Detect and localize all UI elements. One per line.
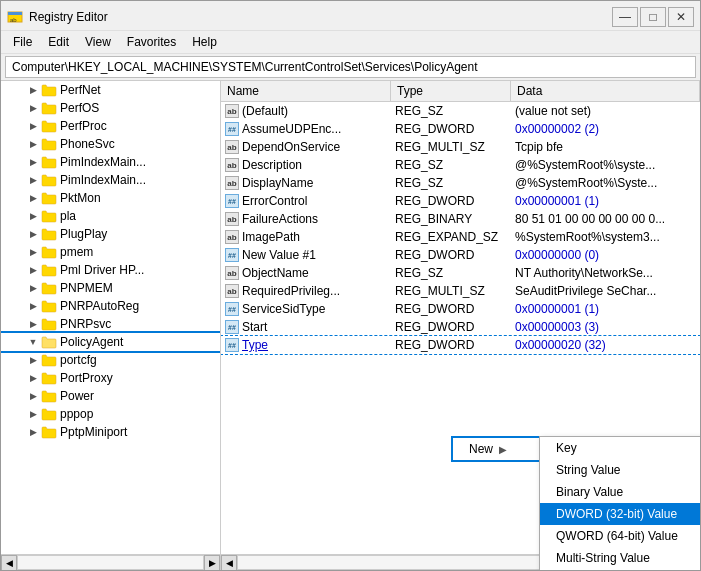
name-text: ErrorControl	[242, 194, 307, 208]
tree-label: PNRPsvc	[60, 317, 220, 331]
table-row[interactable]: abObjectNameREG_SZNT Authority\NetworkSe…	[221, 264, 700, 282]
cell-type: REG_EXPAND_SZ	[391, 229, 511, 245]
col-header-name[interactable]: Name	[221, 81, 391, 101]
ab-icon: ab	[225, 140, 239, 154]
dw-icon: ##	[225, 194, 239, 208]
tree-arrow: ▶	[25, 103, 41, 113]
table-row[interactable]: ##ServiceSidTypeREG_DWORD0x00000001 (1)	[221, 300, 700, 318]
cell-name: abDisplayName	[221, 175, 391, 191]
table-row[interactable]: abDependOnServiceREG_MULTI_SZTcpip bfe	[221, 138, 700, 156]
col-header-data[interactable]: Data	[511, 81, 700, 101]
tree-label: Pml Driver HP...	[60, 263, 220, 277]
list-body[interactable]: ab(Default)REG_SZ(value not set)##Assume…	[221, 102, 700, 554]
folder-icon	[41, 208, 57, 224]
tree-item-PlugPlay[interactable]: ▶PlugPlay	[1, 225, 220, 243]
cell-type: REG_DWORD	[391, 301, 511, 317]
tree-item-PNRPsvc[interactable]: ▶PNRPsvc	[1, 315, 220, 333]
tree-item-PNRPAutoReg[interactable]: ▶PNRPAutoReg	[1, 297, 220, 315]
name-text: RequiredPrivileg...	[242, 284, 340, 298]
tree-item-PptpMiniport[interactable]: ▶PptpMiniport	[1, 423, 220, 441]
ab-icon: ab	[225, 230, 239, 244]
table-row[interactable]: ##StartREG_DWORD0x00000003 (3)	[221, 318, 700, 336]
tree-item-PhoneSvc[interactable]: ▶PhoneSvc	[1, 135, 220, 153]
tree-hscroll-right[interactable]: ▶	[204, 555, 220, 570]
cell-type: REG_DWORD	[391, 319, 511, 335]
tree-item-PNPMEM[interactable]: ▶PNPMEM	[1, 279, 220, 297]
tree-item-PolicyAgent[interactable]: ▼PolicyAgent	[1, 333, 220, 351]
cell-name: abObjectName	[221, 265, 391, 281]
minimize-button[interactable]: —	[612, 7, 638, 27]
tree-label: PerfProc	[60, 119, 220, 133]
col-header-type[interactable]: Type	[391, 81, 511, 101]
table-row[interactable]: ##New Value #1REG_DWORD0x00000000 (0)	[221, 246, 700, 264]
menu-view[interactable]: View	[77, 33, 119, 51]
tree-hscroll[interactable]: ◀ ▶	[1, 554, 220, 570]
tree-hscroll-left[interactable]: ◀	[1, 555, 17, 570]
tree-item-PerfOS[interactable]: ▶PerfOS	[1, 99, 220, 117]
cell-data: 0x00000020 (32)	[511, 337, 700, 353]
tree-item-PimIndexMain[interactable]: ▶PimIndexMain...	[1, 153, 220, 171]
list-hscroll-left[interactable]: ◀	[221, 555, 237, 570]
name-text: ObjectName	[242, 266, 309, 280]
app-icon: ab	[7, 9, 23, 25]
tree-arrow: ▶	[25, 175, 41, 185]
tree-scroll[interactable]: ▶PerfNet▶PerfOS▶PerfProc▶PhoneSvc▶PimInd…	[1, 81, 220, 554]
tree-label: PNRPAutoReg	[60, 299, 220, 313]
tree-item-pppop[interactable]: ▶pppop	[1, 405, 220, 423]
tree-item-PerfNet[interactable]: ▶PerfNet	[1, 81, 220, 99]
table-row[interactable]: abFailureActionsREG_BINARY80 51 01 00 00…	[221, 210, 700, 228]
maximize-button[interactable]: □	[640, 7, 666, 27]
tree-item-portcfg[interactable]: ▶portcfg	[1, 351, 220, 369]
tree-item-PimIndexMain[interactable]: ▶PimIndexMain...	[1, 171, 220, 189]
table-row[interactable]: ##TypeREG_DWORD0x00000020 (32)	[221, 336, 700, 354]
tree-label: Power	[60, 389, 220, 403]
ab-icon: ab	[225, 176, 239, 190]
cell-data: SeAuditPrivilege SeChar...	[511, 283, 700, 299]
registry-editor-window: ab Registry Editor — □ ✕ File Edit View …	[0, 0, 701, 571]
list-hscroll-track[interactable]	[237, 555, 684, 570]
folder-icon	[41, 244, 57, 260]
list-hscroll[interactable]: ◀ ▶	[221, 554, 700, 570]
menu-file[interactable]: File	[5, 33, 40, 51]
tree-hscroll-track[interactable]	[17, 555, 204, 570]
name-text: (Default)	[242, 104, 288, 118]
tree-item-PmlDriverHP[interactable]: ▶Pml Driver HP...	[1, 261, 220, 279]
cell-type: REG_DWORD	[391, 337, 511, 353]
tree-item-PktMon[interactable]: ▶PktMon	[1, 189, 220, 207]
folder-icon	[41, 100, 57, 116]
menu-edit[interactable]: Edit	[40, 33, 77, 51]
tree-item-Power[interactable]: ▶Power	[1, 387, 220, 405]
tree-arrow: ▶	[25, 301, 41, 311]
menu-help[interactable]: Help	[184, 33, 225, 51]
tree-item-PortProxy[interactable]: ▶PortProxy	[1, 369, 220, 387]
address-bar[interactable]: Computer\HKEY_LOCAL_MACHINE\SYSTEM\Curre…	[5, 56, 696, 78]
name-text: Description	[242, 158, 302, 172]
folder-icon	[41, 370, 57, 386]
cell-data: 0x00000001 (1)	[511, 301, 700, 317]
name-text: DisplayName	[242, 176, 313, 190]
list-hscroll-right[interactable]: ▶	[684, 555, 700, 570]
table-row[interactable]: ab(Default)REG_SZ(value not set)	[221, 102, 700, 120]
tree-arrow: ▶	[25, 409, 41, 419]
menu-favorites[interactable]: Favorites	[119, 33, 184, 51]
cell-type: REG_MULTI_SZ	[391, 139, 511, 155]
folder-icon	[41, 334, 57, 350]
name-text: AssumeUDPEnc...	[242, 122, 341, 136]
tree-arrow: ▶	[25, 247, 41, 257]
tree-item-PerfProc[interactable]: ▶PerfProc	[1, 117, 220, 135]
close-button[interactable]: ✕	[668, 7, 694, 27]
table-row[interactable]: abDescriptionREG_SZ@%SystemRoot%\syste..…	[221, 156, 700, 174]
name-text: New Value #1	[242, 248, 316, 262]
table-row[interactable]: abImagePathREG_EXPAND_SZ%SystemRoot%\sys…	[221, 228, 700, 246]
tree-item-pmem[interactable]: ▶pmem	[1, 243, 220, 261]
table-row[interactable]: abDisplayNameREG_SZ@%SystemRoot%\Syste..…	[221, 174, 700, 192]
table-row[interactable]: ##AssumeUDPEnc...REG_DWORD0x00000002 (2)	[221, 120, 700, 138]
cell-name: abImagePath	[221, 229, 391, 245]
table-row[interactable]: abRequiredPrivileg...REG_MULTI_SZSeAudit…	[221, 282, 700, 300]
tree-item-pla[interactable]: ▶pla	[1, 207, 220, 225]
tree-label: pla	[60, 209, 220, 223]
tree-arrow: ▶	[25, 193, 41, 203]
table-row[interactable]: ##ErrorControlREG_DWORD0x00000001 (1)	[221, 192, 700, 210]
menu-bar: File Edit View Favorites Help	[1, 31, 700, 54]
window-title: Registry Editor	[29, 10, 108, 24]
